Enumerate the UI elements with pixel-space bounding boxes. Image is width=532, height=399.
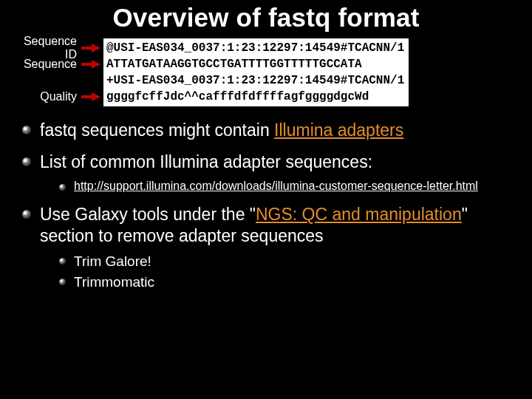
bullet-galaxy: Use Galaxy tools under the "NGS: QC and … xyxy=(19,204,520,292)
svg-marker-3 xyxy=(92,60,100,69)
bullet-list-common-text: List of common Illumina adapter sequence… xyxy=(40,152,372,171)
label-sequence-text: Sequence xyxy=(24,58,77,71)
slide-title: Overview of fastq format xyxy=(12,3,520,33)
sublist-link-item: http://support.illumina.com/downloads/il… xyxy=(56,179,520,194)
bullet-galaxy-highlight: NGS: QC and manipulation xyxy=(256,205,462,224)
fastq-line1: @USI-EAS034_0037:1:23:12297:14549#TCACNN… xyxy=(106,41,404,55)
fastq-line3: +USI-EAS034_0037:1:23:12297:14549#TCACNN… xyxy=(106,74,404,87)
tool-trim-galore: Trim Galore! xyxy=(56,253,520,271)
sublist-link: http://support.illumina.com/downloads/il… xyxy=(40,179,520,194)
sublist-tools: Trim Galore! Trimmomatic xyxy=(40,253,520,292)
label-sequence: Sequence xyxy=(12,56,100,72)
svg-marker-1 xyxy=(92,44,100,52)
fastq-block: Sequence ID Sequence Quality @USI-EAS034… xyxy=(12,38,520,106)
fastq-code: @USI-EAS034_0037:1:23:12297:14549#TCACNN… xyxy=(103,38,409,106)
slide: Overview of fastq format Sequence ID Seq… xyxy=(0,0,532,399)
arrow-icon xyxy=(81,44,100,52)
arrow-icon xyxy=(81,60,100,69)
bullet-galaxy-pre: Use Galaxy tools under the " xyxy=(40,205,256,224)
label-sequence-id: Sequence ID xyxy=(12,40,100,56)
arrow-icon xyxy=(81,92,100,101)
bullet-list: fastq sequences might contain Illumina a… xyxy=(12,120,520,292)
label-quality: Quality xyxy=(12,89,100,105)
fastq-line2: ATTATGATAAGGTGCCTGATTTTGGTTTTTGCCATA xyxy=(106,58,362,71)
label-spacer xyxy=(12,72,100,89)
fastq-line4: ggggfcffJdc^^cafffdfdffffagfggggdgcWd xyxy=(106,90,369,103)
svg-marker-5 xyxy=(92,92,100,101)
bullet-adapters: fastq sequences might contain Illumina a… xyxy=(19,120,520,141)
fastq-labels: Sequence ID Sequence Quality xyxy=(12,38,100,105)
label-quality-text: Quality xyxy=(40,90,77,103)
tool-trimmomatic: Trimmomatic xyxy=(56,273,520,292)
bullet-list-common: List of common Illumina adapter sequence… xyxy=(19,151,520,194)
bullet-adapters-pre: fastq sequences might contain xyxy=(40,120,274,140)
bullet-adapters-highlight: Illumina adapters xyxy=(274,120,403,140)
illumina-link[interactable]: http://support.illumina.com/downloads/il… xyxy=(74,180,478,192)
